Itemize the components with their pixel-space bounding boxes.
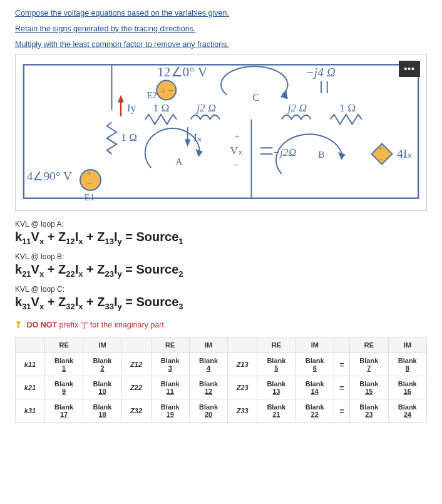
equals-cell: = [334,353,349,376]
table-row: k31Blank17Blank18Z32Blank19Blank20Z33Bla… [16,399,427,423]
do-not-note: ❢ DO NOT prefix "j" for the imaginary pa… [15,320,427,329]
blank-input[interactable]: Blank18 [83,399,121,423]
r-top1: 1 Ω [153,101,169,114]
blank-input[interactable]: Blank23 [350,399,388,423]
blank-input[interactable]: Blank24 [388,399,426,423]
blank-input[interactable]: Blank6 [296,353,334,376]
instruction-1: Compose the voltage equations based on t… [15,8,427,19]
blank-input[interactable]: Blank8 [388,353,426,376]
r-top2: 1 Ω [339,101,356,114]
kvl-b-eq: k21Vx + Z22Ix + Z23Iy = Source2 [15,262,427,279]
blank-input[interactable]: Blank14 [296,376,334,399]
row-name: k21 [16,376,45,399]
r-left: 1 Ω [121,131,137,143]
instruction-2: Retain the signs generated by the tracin… [15,23,427,35]
svg-marker-7 [118,95,124,103]
svg-text:+: + [87,170,91,178]
svg-text:−: − [379,156,383,163]
blank-input[interactable]: Blank2 [83,353,121,376]
blank-input[interactable]: Blank9 [44,376,83,399]
kvl-a-eq: k11Vx + Z12Ix + Z13Iy = Source1 [15,230,427,246]
blank-input[interactable]: Blank1 [44,353,83,376]
table-row: k11Blank1Blank2Z12Blank3Blank4Z13Blank5B… [16,353,427,376]
equals-cell: = [334,399,349,423]
blank-input[interactable]: Blank11 [151,376,189,399]
blank-input[interactable]: Blank22 [296,399,334,423]
svg-text:−: − [87,180,91,188]
coeff-name: Z12 [121,353,151,376]
more-options-button[interactable]: ••• [399,61,420,77]
blank-input[interactable]: Blank3 [151,353,189,376]
coeff-name: Z13 [228,353,257,376]
equals-cell: = [334,376,349,399]
blank-input[interactable]: Blank10 [83,376,121,399]
dep-src-label: 4Iₓ [397,147,412,160]
top-cap-label: −j4 Ω [306,66,336,79]
blank-input[interactable]: Blank7 [350,353,388,376]
row-name: k31 [16,399,45,423]
blank-input[interactable]: Blank16 [388,376,426,399]
kvl-a-label: KVL @ loop A: [15,220,427,229]
blank-input[interactable]: Blank19 [151,399,189,423]
e2-label: E2 [147,90,157,100]
warning-icon: ❢ [15,321,22,329]
instruction-3: Multiply with the least common factor to… [15,39,427,51]
top-source-label: 12∠0° V [157,64,207,80]
kvl-b-label: KVL @ loop B: [15,252,427,261]
coeff-name: Z32 [121,399,151,423]
vx-minus: − [233,158,239,171]
vx-plus: + [234,131,240,141]
kvl-c-label: KVL @ loop C: [15,285,427,294]
answer-table: REIM REIM REIM REIM k11Blank1Blank2Z12Bl… [15,337,427,423]
blank-input[interactable]: Blank4 [189,353,227,376]
iy-label: Iy [127,101,136,114]
svg-text:+: + [379,145,383,152]
ix-label: Iₓ [193,131,202,143]
svg-marker-9 [185,140,191,147]
svg-text:+ −: + − [160,85,173,96]
coeff-name: Z22 [121,376,151,399]
loop-b-label: B [318,149,324,160]
e1-label: E1 [85,192,95,202]
loop-a-label: A [175,157,183,167]
blank-input[interactable]: Blank15 [350,376,388,399]
l-top1: j2 Ω [195,101,216,114]
blank-input[interactable]: Blank17 [44,399,83,423]
coeff-name: Z23 [228,376,257,399]
blank-input[interactable]: Blank13 [257,376,296,399]
l-top2: j2 Ω [287,101,307,114]
blank-input[interactable]: Blank5 [257,353,296,376]
circuit-diagram: ••• 12∠0° V + − E2 −j4 Ω Iy 1 Ω j2 Ω j2 … [15,54,427,211]
blank-input[interactable]: Blank20 [189,399,227,423]
circuit-svg: 12∠0° V + − E2 −j4 Ω Iy 1 Ω j2 Ω j2 Ω 1 … [21,59,421,203]
table-header-row: REIM REIM REIM REIM [16,337,427,353]
table-row: k21Blank9Blank10Z22Blank11Blank12Z23Blan… [16,376,427,399]
kvl-c-eq: k31Vx + Z32Ix + Z33Iy = Source3 [15,295,427,311]
blank-input[interactable]: Blank21 [257,399,296,423]
coeff-name: Z33 [228,399,257,423]
vx-label: Vₓ [230,144,244,157]
node-c: C [252,91,259,103]
row-name: k11 [16,353,45,376]
blank-input[interactable]: Blank12 [189,376,227,399]
left-source-label: 4∠90° V [27,170,72,183]
